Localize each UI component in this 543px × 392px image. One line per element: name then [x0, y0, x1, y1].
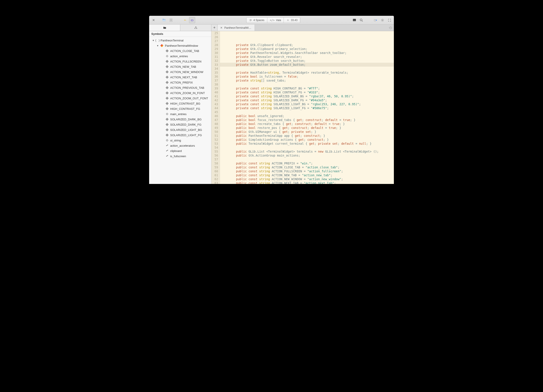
svg-point-6 [382, 20, 383, 21]
svg-point-4 [360, 19, 362, 21]
open-file-button[interactable] [161, 17, 167, 23]
tree-label: PantheonTerminalWindow [165, 44, 198, 47]
tree-label: ACTION_PREVIOUS_TAB [170, 86, 204, 90]
tree-label: action_accelerators [170, 144, 195, 147]
member-icon [165, 49, 169, 53]
svg-rect-8 [194, 28, 195, 29]
tree-label: ui_string [170, 139, 181, 142]
code-area[interactable]: private Gtk.Clipboard clipboard; private… [220, 31, 394, 184]
member-icon [165, 75, 169, 79]
gear-icon [380, 18, 385, 22]
search-button[interactable] [358, 17, 364, 23]
member-icon [165, 107, 169, 111]
undo-icon [183, 18, 187, 22]
tree-label: ACTION_ZOOM_OUT_FONT [170, 97, 208, 100]
member-icon [165, 123, 169, 126]
indent-button[interactable]: 4 Spaces [247, 17, 267, 23]
tree-class[interactable]: ▼ PantheonTerminalWindow [149, 43, 211, 48]
new-tab-button[interactable]: + [211, 25, 218, 31]
tree-member[interactable]: ACTION_ZOOM_IN_FONT [149, 90, 211, 95]
tree-member[interactable]: HIGH_CONTRAST_FG [149, 106, 211, 111]
terminal-button[interactable] [351, 17, 357, 23]
recent-button[interactable] [387, 25, 394, 31]
tree-member[interactable]: ACTION_PREFIX [149, 80, 211, 85]
tree-member[interactable]: ACTION_NEW_WINDOW [149, 69, 211, 74]
tree-member[interactable]: ACTION_FULLSCREEN [149, 59, 211, 64]
class-icon [160, 44, 164, 47]
code-icon: </> [270, 19, 275, 22]
tree-label: HIGH_CONTRAST_BG [170, 102, 200, 105]
tree-label: ACTION_FULLSCREEN [170, 60, 201, 63]
member-icon [165, 154, 169, 158]
member-icon [165, 112, 169, 116]
tree-label: ACTION_NEXT_TAB [170, 76, 197, 79]
save-icon [169, 18, 173, 22]
member-icon [165, 60, 169, 63]
member-icon [165, 96, 169, 100]
panel-tab-symbols[interactable] [180, 25, 211, 31]
tree-member[interactable]: action_accelerators [149, 143, 211, 148]
tree-label: action_entries [170, 55, 188, 58]
share-button[interactable] [372, 17, 379, 23]
indent-icon [249, 19, 252, 22]
tree-member[interactable]: ACTION_CLOSE_TAB [149, 48, 211, 54]
undo-button[interactable] [182, 17, 188, 23]
svg-rect-3 [353, 19, 356, 21]
tree-member[interactable]: SOLARIZED_LIGHT_BG [149, 127, 211, 132]
symbols-sidebar: Symbols ▼ { } PantheonTerminal ▼ Pantheo… [149, 31, 211, 184]
tree-member[interactable]: SOLARIZED_DARK_BG [149, 117, 211, 122]
member-icon [165, 86, 169, 90]
tree-member[interactable]: ui_string [149, 138, 211, 143]
terminal-icon [352, 18, 356, 22]
position-label: 33.43 [291, 19, 297, 22]
maximize-icon [388, 18, 391, 22]
tab-close-icon[interactable]: ✕ [220, 26, 223, 29]
tree-label: HIGH_CONTRAST_FG [170, 107, 200, 111]
close-button[interactable]: ✕ [150, 17, 157, 23]
member-icon [165, 149, 169, 153]
save-button[interactable] [168, 17, 174, 23]
tree-member[interactable]: HIGH_CONTRAST_BG [149, 101, 211, 106]
member-icon [165, 128, 169, 132]
tree-member[interactable]: is_fullscreen [149, 153, 211, 159]
tree-member[interactable]: action_entries [149, 54, 211, 59]
goto-icon [286, 19, 289, 22]
document-tab[interactable]: ✕ PantheonTerminalWi… [218, 25, 255, 31]
member-icon [165, 81, 169, 84]
tree-member[interactable]: ACTION_PREVIOUS_TAB [149, 85, 211, 90]
tree-member[interactable]: ACTION_ZOOM_OUT_FONT [149, 95, 211, 101]
member-icon [165, 144, 169, 147]
tree-member[interactable]: ACTION_NEXT_TAB [149, 74, 211, 80]
member-icon [165, 65, 169, 68]
settings-button[interactable] [379, 17, 385, 23]
tree-label: SOLARIZED_LIGHT_FG [170, 134, 202, 137]
folder-closed-icon [163, 26, 166, 30]
member-icon [165, 54, 169, 58]
sidebar-title: Symbols [149, 31, 211, 37]
indent-label: 4 Spaces [254, 19, 265, 22]
maximize-button[interactable] [386, 17, 393, 23]
tree-namespace[interactable]: ▼ { } PantheonTerminal [149, 38, 211, 43]
tree-member[interactable]: SOLARIZED_LIGHT_FG [149, 132, 211, 138]
tree-member[interactable]: ACTION_NEW_TAB [149, 64, 211, 69]
panel-tab-files[interactable] [149, 25, 180, 31]
namespace-icon: { } [156, 39, 159, 42]
tree-member[interactable]: SOLARIZED_DARK_FG [149, 122, 211, 127]
tree-member[interactable]: main_entries [149, 111, 211, 117]
screenshot-button[interactable] [189, 17, 195, 23]
tree-member[interactable]: clipboard [149, 148, 211, 153]
tree-label: ACTION_NEW_TAB [170, 65, 196, 68]
position-button[interactable]: 33.43 [284, 17, 300, 23]
svg-point-2 [192, 20, 193, 21]
member-icon [165, 118, 169, 121]
svg-rect-7 [195, 27, 196, 27]
titlebar: ✕ 4 Spaces </> Vala 33.43 [149, 16, 394, 25]
tabstrip: + ✕ PantheonTerminalWi… [149, 25, 394, 31]
share-icon [373, 18, 377, 22]
symbol-tree: ▼ { } PantheonTerminal ▼ PantheonTermina… [149, 37, 211, 160]
tree-label: main_entries [170, 112, 187, 116]
tree-label: ACTION_ZOOM_IN_FONT [170, 91, 205, 95]
code-editor[interactable]: 2526272829303132333435363738394041424344… [211, 31, 394, 184]
language-button[interactable]: </> Vala [267, 17, 284, 23]
camera-icon [190, 18, 194, 22]
